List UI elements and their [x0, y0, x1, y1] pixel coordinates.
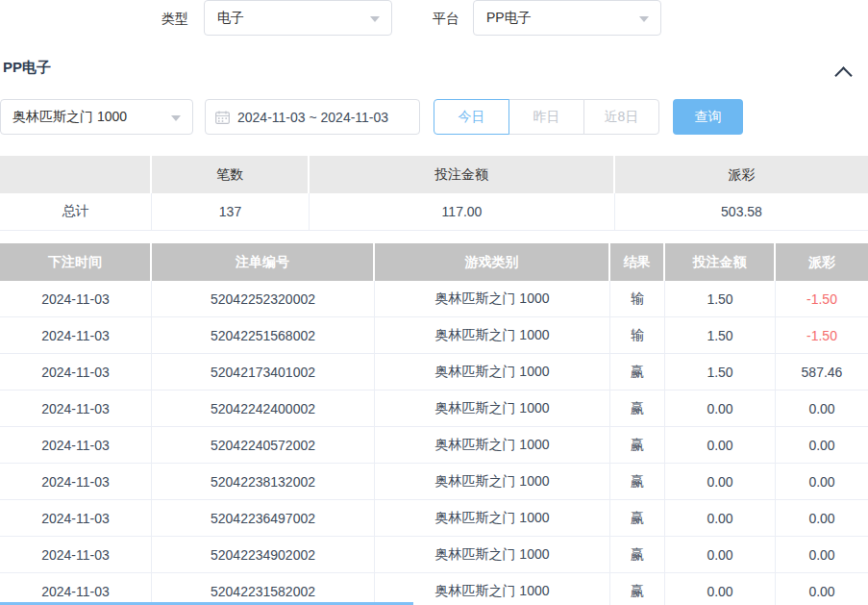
- cell-bet-amount: 0.00: [665, 537, 776, 573]
- summary-table: 笔数 投注金额 派彩 总计 137 117.00 503.58: [0, 156, 868, 231]
- cell-result: 赢: [610, 354, 665, 391]
- bet-records-table: 下注时间 注单编号 游戏类别 结果 投注金额 派彩 2024-11-035204…: [0, 243, 868, 605]
- type-select-value: 电子: [217, 10, 244, 27]
- cell-bet-id: 52042236497002: [152, 500, 375, 537]
- bet-table-header-row: 下注时间 注单编号 游戏类别 结果 投注金额 派彩: [0, 243, 868, 281]
- cell-bet-amount: 1.50: [665, 354, 776, 391]
- cell-bet-amount: 0.00: [665, 573, 776, 605]
- cell-payout: -1.50: [776, 281, 868, 317]
- cell-bet-amount: 0.00: [665, 391, 776, 427]
- section-title: PP电子: [3, 59, 51, 77]
- table-row: 2024-11-0352042236497002奥林匹斯之门 1000赢0.00…: [0, 500, 868, 537]
- cell-bet-time: 2024-11-03: [0, 573, 152, 605]
- cell-bet-time: 2024-11-03: [0, 537, 152, 573]
- last8days-button[interactable]: 近8日: [583, 99, 659, 135]
- table-row: 2024-11-0352042173401002奥林匹斯之门 1000赢1.50…: [0, 354, 868, 391]
- cell-result: 输: [610, 281, 665, 317]
- header-game-category: 游戏类别: [375, 243, 610, 281]
- cell-bet-id: 52042234902002: [152, 537, 375, 573]
- cell-result: 赢: [610, 537, 665, 573]
- header-bet-amount: 投注金额: [665, 243, 776, 281]
- cell-result: 赢: [610, 391, 665, 427]
- cell-bet-amount: 1.50: [665, 317, 776, 354]
- type-label: 类型: [161, 11, 188, 28]
- cell-bet-time: 2024-11-03: [0, 464, 152, 500]
- cell-bet-id: 52042252320002: [152, 281, 375, 317]
- summary-header-count: 笔数: [152, 156, 310, 193]
- cell-game-category: 奥林匹斯之门 1000: [375, 464, 610, 500]
- table-row: 2024-11-0352042231582002奥林匹斯之门 1000赢0.00…: [0, 573, 868, 605]
- summary-header-bet-amount: 投注金额: [310, 156, 615, 193]
- chevron-down-icon: [171, 115, 181, 121]
- table-row: 2024-11-0352042252320002奥林匹斯之门 1000输1.50…: [0, 281, 868, 317]
- cell-payout: 0.00: [776, 537, 868, 573]
- table-row: 2024-11-0352042238132002奥林匹斯之门 1000赢0.00…: [0, 464, 868, 500]
- header-payout: 派彩: [776, 243, 868, 281]
- table-row: 2024-11-0352042240572002奥林匹斯之门 1000赢0.00…: [0, 427, 868, 464]
- cell-bet-time: 2024-11-03: [0, 354, 152, 391]
- cell-bet-id: 52042231582002: [152, 573, 375, 605]
- cell-game-category: 奥林匹斯之门 1000: [375, 427, 610, 464]
- calendar-icon: [215, 111, 230, 124]
- cell-result: 赢: [610, 573, 665, 605]
- date-range-value: 2024-11-03 ~ 2024-11-03: [237, 110, 388, 125]
- bet-table-body: 2024-11-0352042252320002奥林匹斯之门 1000输1.50…: [0, 281, 868, 605]
- cell-bet-time: 2024-11-03: [0, 500, 152, 537]
- header-result: 结果: [610, 243, 665, 281]
- search-button[interactable]: 查询: [673, 99, 743, 135]
- cell-result: 输: [610, 317, 665, 354]
- cell-payout: 0.00: [776, 500, 868, 537]
- cell-bet-time: 2024-11-03: [0, 317, 152, 354]
- cell-bet-time: 2024-11-03: [0, 391, 152, 427]
- cell-game-category: 奥林匹斯之门 1000: [375, 281, 610, 317]
- cell-game-category: 奥林匹斯之门 1000: [375, 537, 610, 573]
- summary-total-row: 总计 137 117.00 503.58: [0, 193, 868, 231]
- cell-game-category: 奥林匹斯之门 1000: [375, 317, 610, 354]
- toolbar: 奥林匹斯之门 1000 2024-11-03 ~ 2024-11-03 今日 昨…: [0, 99, 868, 135]
- cell-game-category: 奥林匹斯之门 1000: [375, 391, 610, 427]
- cell-bet-time: 2024-11-03: [0, 281, 152, 317]
- cell-bet-amount: 0.00: [665, 464, 776, 500]
- cell-bet-id: 52042238132002: [152, 464, 375, 500]
- cell-bet-time: 2024-11-03: [0, 427, 152, 464]
- type-select[interactable]: 电子: [204, 0, 392, 36]
- cell-payout: 0.00: [776, 391, 868, 427]
- page: 类型 电子 平台 PP电子 PP电子 奥林匹斯之门 1000: [0, 0, 868, 605]
- table-row: 2024-11-0352042251568002奥林匹斯之门 1000输1.50…: [0, 317, 868, 354]
- game-select[interactable]: 奥林匹斯之门 1000: [0, 99, 193, 135]
- platform-label: 平台: [433, 11, 459, 28]
- quick-date-button-group: 今日 昨日 近8日: [434, 99, 659, 135]
- cell-game-category: 奥林匹斯之门 1000: [375, 500, 610, 537]
- cell-payout: -1.50: [776, 317, 868, 354]
- date-range-input[interactable]: 2024-11-03 ~ 2024-11-03: [205, 99, 420, 135]
- cell-result: 赢: [610, 500, 665, 537]
- summary-header-row: 笔数 投注金额 派彩: [0, 156, 868, 193]
- platform-select[interactable]: PP电子: [473, 0, 661, 36]
- summary-header-empty: [0, 156, 152, 193]
- game-select-value: 奥林匹斯之门 1000: [12, 109, 127, 126]
- cell-result: 赢: [610, 464, 665, 500]
- yesterday-button[interactable]: 昨日: [508, 99, 584, 135]
- cell-bet-amount: 0.00: [665, 500, 776, 537]
- cell-bet-id: 52042173401002: [152, 354, 375, 391]
- cell-result: 赢: [610, 427, 665, 464]
- cell-payout: 0.00: [776, 427, 868, 464]
- cell-game-category: 奥林匹斯之门 1000: [375, 573, 610, 605]
- cell-game-category: 奥林匹斯之门 1000: [375, 354, 610, 391]
- summary-total-count: 137: [152, 193, 310, 231]
- cell-bet-id: 52042251568002: [152, 317, 375, 354]
- collapse-chevron-up-icon[interactable]: [837, 67, 850, 80]
- summary-total-payout: 503.58: [615, 193, 868, 231]
- cell-payout: 0.00: [776, 573, 868, 605]
- chevron-down-icon: [370, 16, 380, 22]
- platform-select-value: PP电子: [486, 10, 532, 27]
- cell-payout: 587.46: [776, 354, 868, 391]
- table-row: 2024-11-0352042242400002奥林匹斯之门 1000赢0.00…: [0, 391, 868, 427]
- today-button[interactable]: 今日: [434, 99, 509, 135]
- cell-bet-id: 52042242400002: [152, 391, 375, 427]
- header-bet-id: 注单编号: [152, 243, 375, 281]
- cell-bet-id: 52042240572002: [152, 427, 375, 464]
- header-bet-time: 下注时间: [0, 243, 152, 281]
- summary-total-bet-amount: 117.00: [310, 193, 615, 231]
- summary-header-payout: 派彩: [615, 156, 868, 193]
